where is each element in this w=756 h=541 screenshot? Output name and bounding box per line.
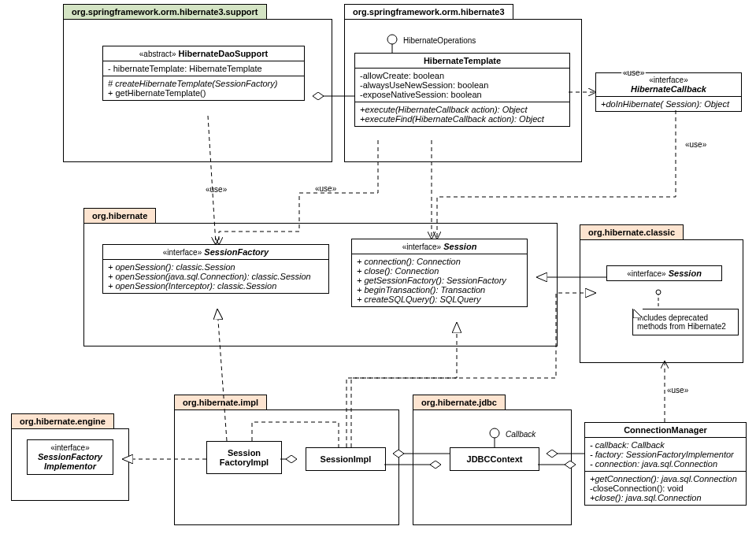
class-connection-manager: ConnectionManager - callback: Callback -… <box>584 422 747 506</box>
note: Includes deprecated methods from Hiberna… <box>632 309 739 335</box>
attribute: -alwaysUseNewSession: boolean <box>360 80 565 90</box>
operation: -closeConnection(): void <box>590 484 741 493</box>
note-line: methods from Hibernate2 <box>637 322 734 331</box>
operation: + getSessionFactory(): SessionFactory <box>357 276 522 285</box>
operation: + createSQLQuery(): SQLQuery <box>357 295 522 304</box>
operation: + openSession(java.sql.Connection): clas… <box>108 272 324 281</box>
operation: +execute(HibernateCallback action): Obje… <box>360 105 565 114</box>
package-tab-jdbc: org.hibernate.jdbc <box>413 395 506 409</box>
stereotype: «abstract» <box>139 50 176 58</box>
package-tab-impl: org.hibernate.impl <box>174 395 267 409</box>
class-hibernate-template: HibernateTemplate -allowCreate: boolean … <box>354 53 570 127</box>
class-session: «interface» Session + connection(): Conn… <box>351 239 528 307</box>
attribute: - callback: Callback <box>590 440 741 450</box>
operation: + openSession(Interceptor): classic.Sess… <box>108 281 324 291</box>
attribute: -exposeNativeSession: boolean <box>360 90 565 99</box>
class-name: Session <box>210 448 278 458</box>
class-jdbc-context: JDBCContext <box>450 447 539 471</box>
attribute: - hibernateTemplate: HibernateTemplate <box>103 61 304 76</box>
label-use: «use» <box>621 69 646 77</box>
attribute: -allowCreate: boolean <box>360 71 565 80</box>
class-name: FactoryImpl <box>210 458 278 467</box>
package-tab-hibernate: org.hibernate <box>83 208 156 223</box>
operation: +doInHibernate( Session): Object <box>596 97 741 111</box>
class-name: ConnectionManager <box>624 425 707 435</box>
class-session-factory: «interface» SessionFactory + openSession… <box>102 244 329 294</box>
class-name: Implementor <box>31 461 109 471</box>
operation: + openSession(): classic.Session <box>108 262 324 272</box>
package-tab-engine: org.hibernate.engine <box>11 413 114 428</box>
label-use: «use» <box>313 184 338 193</box>
package-classic: org.hibernate.classic <box>580 239 743 363</box>
stereotype: «interface» <box>163 248 202 257</box>
stereotype: «interface» <box>402 243 441 251</box>
class-name: HibernateDaoSupport <box>179 49 269 58</box>
class-name: Session <box>669 269 702 278</box>
label-callback: Callback <box>504 430 537 439</box>
attribute: - factory: SessionFactoryImplementor <box>590 450 741 459</box>
operation: +getConnection(): java.sql.Connection <box>590 474 741 484</box>
stereotype: «interface» <box>31 443 109 452</box>
class-classic-session: «interface» Session <box>606 265 722 281</box>
class-name: HibernateTemplate <box>424 56 501 65</box>
class-name: SessionImpl <box>321 454 372 464</box>
package-tab-support: org.springframework.orm.hibernate3.suppo… <box>63 4 267 19</box>
class-name: JDBCContext <box>467 454 523 464</box>
label-use: «use» <box>684 140 708 149</box>
operation: + close(): Connection <box>357 266 522 276</box>
class-name: HibernateCallback <box>631 84 706 94</box>
stereotype: «interface» <box>627 269 665 278</box>
package-tab-hibernate3: org.springframework.orm.hibernate3 <box>344 4 513 19</box>
operation: +executeFind(HibernateCallback action): … <box>360 114 565 124</box>
operation: # createHibernateTemplate(SessionFactory… <box>108 79 299 88</box>
operation: + beginTransaction(): Transaction <box>357 285 522 295</box>
attribute: - connection: java.sql.Connection <box>590 459 741 469</box>
class-name: SessionFactory <box>204 247 269 257</box>
class-session-factory-impl: SessionFactoryImpl <box>206 441 282 474</box>
note-line: Includes deprecated <box>637 313 734 322</box>
package-tab-classic: org.hibernate.classic <box>580 224 684 239</box>
class-hibernate-dao-support: «abstract» HibernateDaoSupport - hiberna… <box>102 46 305 101</box>
class-session-factory-implementor: «interface»SessionFactoryImplementor <box>27 439 113 475</box>
label-use: «use» <box>665 386 690 395</box>
operation: +close(): java.sql.Connection <box>590 493 741 502</box>
operation: + getHibernateTemplate() <box>108 88 299 98</box>
class-hibernate-callback: «interface»HibernateCallback +doInHibern… <box>595 72 742 112</box>
class-name: SessionFactory <box>31 452 109 461</box>
operation: + connection(): Connection <box>357 257 522 266</box>
class-session-impl: SessionImpl <box>306 447 386 471</box>
label-use: «use» <box>204 185 228 194</box>
label-hibernate-operations: HibernateOperations <box>402 36 477 45</box>
class-name: Session <box>443 242 476 251</box>
